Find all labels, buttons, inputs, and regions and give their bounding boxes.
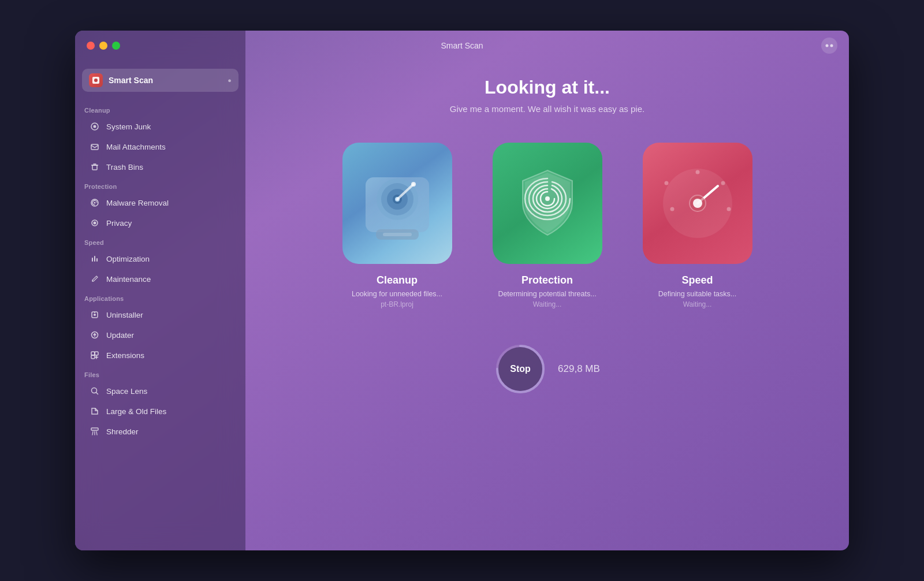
privacy-icon [89,217,100,229]
sidebar-item-smart-scan[interactable]: Smart Scan ● [82,69,239,92]
speedometer-icon [657,163,738,244]
sidebar-item-large-old-files[interactable]: Large & Old Files [80,401,241,421]
svg-point-16 [92,281,94,282]
maintenance-icon [89,273,100,285]
maximize-button[interactable] [112,42,120,50]
minimize-button[interactable] [99,42,107,50]
svg-rect-6 [91,144,98,150]
maintenance-label: Maintenance [106,275,151,284]
shredder-label: Shredder [106,427,139,436]
scan-size-label: 629,8 MB [558,363,600,375]
large-old-files-label: Large & Old Files [106,407,166,416]
svg-rect-28 [91,428,98,430]
space-lens-label: Space Lens [106,387,147,396]
speed-detail: Waiting... [683,300,712,308]
extensions-icon [89,349,100,361]
card-cleanup: Cleanup Looking for unneeded files... pt… [334,143,461,308]
sidebar-item-maintenance[interactable]: Maintenance [80,269,241,289]
stop-area: Stop 629,8 MB [494,343,600,395]
svg-rect-22 [95,352,98,355]
svg-rect-7 [92,165,97,170]
more-options-button[interactable] [821,38,837,54]
svg-rect-21 [91,352,95,355]
svg-point-48 [670,207,674,211]
cards-row: Cleanup Looking for unneeded files... pt… [334,143,761,308]
trash-bins-label: Trash Bins [106,163,143,172]
protection-detail: Waiting... [533,300,562,308]
speed-icon-container [643,143,752,264]
protection-status: Determining potential threats... [498,290,596,298]
sidebar: Smart Scan ● CleanupSystem JunkMail Atta… [75,31,245,550]
svg-line-27 [96,393,98,394]
stop-button[interactable]: Stop [498,347,542,391]
sidebar-item-system-junk[interactable]: System Junk [80,117,241,136]
sidebar-item-extensions[interactable]: Extensions [80,345,241,365]
mail-attachments-icon [89,141,100,152]
trash-bins-icon [89,161,100,173]
sidebar-sections: CleanupSystem JunkMail AttachmentsTrash … [75,101,245,441]
main-content: Looking at it... Give me a moment. We al… [245,31,849,550]
smart-scan-icon [89,73,103,87]
large-old-files-icon [89,405,100,417]
speed-title: Speed [681,274,713,286]
system-junk-icon [89,121,100,132]
malware-removal-label: Malware Removal [106,199,169,207]
svg-point-12 [94,222,96,225]
sidebar-section-speed: Speed [75,233,245,248]
svg-point-52 [693,199,702,208]
hdd-icon [360,160,435,247]
updater-label: Updater [106,331,134,340]
updater-icon [89,329,100,341]
sidebar-item-space-lens[interactable]: Space Lens [80,381,241,401]
smart-scan-label: Smart Scan [109,76,222,85]
optimization-icon [89,253,100,265]
title-bar-actions [821,38,837,54]
space-lens-icon [89,385,100,397]
stop-button-container: Stop [494,343,546,395]
svg-point-3 [94,79,98,82]
mail-attachments-label: Mail Attachments [106,143,166,151]
sidebar-item-privacy[interactable]: Privacy [80,213,241,233]
sidebar-item-optimization[interactable]: Optimization [80,249,241,269]
sidebar-smart-scan-arrow: ● [228,77,232,84]
svg-point-43 [545,196,550,201]
system-junk-label: System Junk [106,122,151,131]
svg-point-46 [721,181,725,185]
svg-point-47 [726,207,731,211]
protection-title: Protection [521,274,573,286]
cleanup-title: Cleanup [377,274,418,286]
svg-point-5 [94,125,96,128]
svg-point-40 [411,182,416,187]
svg-line-31 [96,431,97,435]
sidebar-item-uninstaller[interactable]: Uninstaller [80,305,241,325]
sidebar-item-updater[interactable]: Updater [80,325,241,345]
app-window: Smart Scan Smart Scan ● CleanupSyst [75,31,849,550]
sidebar-section-cleanup: Cleanup [75,101,245,116]
main-subheading: Give me a moment. We all wish it was eas… [450,104,644,114]
sidebar-item-trash-bins[interactable]: Trash Bins [80,157,241,177]
traffic-lights [87,42,120,50]
window-title: Smart Scan [441,41,483,50]
optimization-label: Optimization [106,255,150,263]
card-protection: Protection Determining potential threats… [484,143,611,308]
title-bar: Smart Scan [75,31,849,61]
cleanup-icon-container [342,143,452,264]
cleanup-status: Looking for unneeded files... [352,290,442,298]
svg-point-0 [826,44,829,47]
sidebar-section-applications: Applications [75,289,245,304]
svg-point-11 [94,202,96,204]
extensions-label: Extensions [106,351,144,360]
main-heading: Looking at it... [485,77,610,98]
uninstaller-label: Uninstaller [106,311,143,319]
svg-line-29 [92,431,93,435]
sidebar-item-shredder[interactable]: Shredder [80,422,241,441]
svg-point-49 [664,181,668,185]
shredder-icon [89,426,100,437]
uninstaller-icon [89,309,100,321]
svg-point-45 [695,170,699,174]
svg-point-1 [830,44,833,47]
sidebar-section-protection: Protection [75,177,245,192]
sidebar-item-malware-removal[interactable]: Malware Removal [80,193,241,213]
sidebar-item-mail-attachments[interactable]: Mail Attachments [80,137,241,157]
close-button[interactable] [87,42,95,50]
